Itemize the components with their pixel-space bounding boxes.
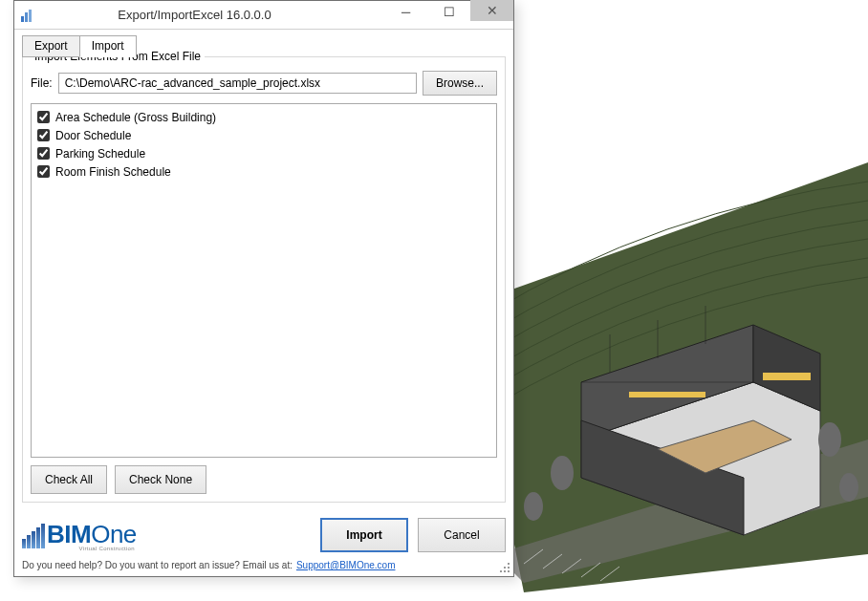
minimize-button[interactable]: ─ [384, 1, 427, 22]
titlebar[interactable]: Export/ImportExcel 16.0.0.0 ─ ☐ ✕ [14, 1, 513, 30]
checkbox[interactable] [37, 165, 50, 178]
svg-rect-28 [500, 570, 502, 572]
svg-point-13 [551, 456, 574, 490]
export-import-dialog: Export/ImportExcel 16.0.0.0 ─ ☐ ✕ Export… [13, 0, 514, 577]
svg-marker-3 [581, 325, 753, 440]
window-controls: ─ ☐ ✕ [384, 1, 513, 29]
dialog-body: Export Import Import Elements From Excel… [14, 30, 513, 506]
file-row: File: Browse... [31, 71, 497, 96]
file-path-input[interactable] [58, 73, 417, 94]
checkbox[interactable] [37, 111, 50, 123]
svg-rect-23 [25, 12, 28, 22]
svg-marker-5 [581, 420, 744, 535]
close-button[interactable]: ✕ [470, 0, 513, 21]
list-item-label: Room Finish Schedule [55, 165, 171, 179]
maximize-button[interactable]: ☐ [427, 1, 470, 22]
schedule-list[interactable]: Area Schedule (Gross Building) Door Sche… [31, 103, 497, 458]
svg-rect-26 [504, 567, 506, 569]
svg-marker-4 [753, 325, 820, 411]
svg-point-16 [839, 473, 858, 502]
background-3d-view [467, 96, 868, 592]
action-buttons: Import Cancel [320, 518, 506, 552]
svg-rect-27 [508, 567, 510, 569]
import-group: Import Elements From Excel File File: Br… [22, 56, 506, 503]
file-label: File: [31, 76, 53, 90]
svg-rect-22 [21, 16, 24, 22]
svg-point-14 [524, 492, 543, 521]
svg-line-18 [543, 554, 562, 569]
svg-marker-1 [495, 440, 868, 583]
check-button-row: Check All Check None [31, 465, 497, 494]
svg-rect-12 [629, 392, 705, 397]
list-item[interactable]: Room Finish Schedule [37, 162, 490, 181]
list-item[interactable]: Door Schedule [37, 126, 490, 144]
tab-export[interactable]: Export [22, 35, 80, 57]
help-text: Do you need help? Do you want to report … [22, 560, 293, 570]
list-item-label: Parking Schedule [55, 147, 145, 161]
svg-rect-11 [763, 373, 811, 380]
svg-point-15 [818, 422, 841, 457]
svg-marker-0 [467, 162, 868, 592]
resize-grip-icon[interactable] [498, 561, 511, 574]
list-item-label: Area Schedule (Gross Building) [55, 111, 216, 124]
list-item[interactable]: Parking Schedule [37, 144, 490, 162]
browse-button[interactable]: Browse... [423, 71, 497, 96]
cancel-button[interactable]: Cancel [418, 518, 506, 552]
logo-text: BIMOne [47, 520, 137, 549]
svg-rect-30 [508, 570, 510, 572]
import-button[interactable]: Import [320, 518, 408, 552]
tab-bar: Export Import [22, 35, 506, 57]
svg-line-21 [600, 567, 619, 581]
app-icon [20, 8, 35, 23]
svg-line-19 [562, 559, 581, 573]
tab-import[interactable]: Import [79, 35, 137, 57]
svg-rect-25 [508, 563, 510, 565]
list-item[interactable]: Area Schedule (Gross Building) [37, 108, 490, 126]
footer: BIMOne Virtual Construction Import Cance… [14, 506, 513, 558]
svg-line-20 [581, 563, 600, 577]
check-none-button[interactable]: Check None [115, 465, 206, 494]
help-row: Do you need help? Do you want to report … [14, 558, 513, 576]
logo: BIMOne Virtual Construction [22, 520, 137, 551]
logo-icon [22, 522, 45, 548]
svg-marker-2 [581, 382, 820, 535]
checkbox[interactable] [37, 129, 50, 141]
checkbox[interactable] [37, 147, 50, 160]
svg-line-17 [524, 549, 543, 564]
check-all-button[interactable]: Check All [31, 465, 107, 494]
support-email-link[interactable]: Support@BIMOne.com [296, 560, 396, 570]
window-title: Export/ImportExcel 16.0.0.0 [43, 8, 384, 22]
svg-marker-10 [658, 420, 792, 473]
svg-rect-29 [504, 570, 506, 572]
svg-rect-24 [29, 10, 32, 22]
list-item-label: Door Schedule [55, 129, 131, 142]
